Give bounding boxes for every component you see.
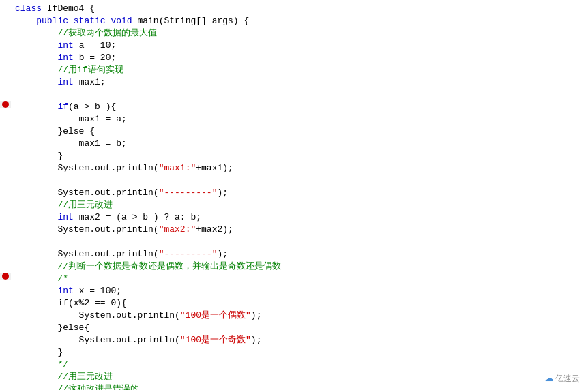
token xyxy=(15,52,57,63)
code-line: class IfDemo4 { xyxy=(0,3,588,15)
token: int xyxy=(57,40,73,50)
token: (String[] args) { xyxy=(159,16,250,26)
token xyxy=(15,384,57,390)
token: }else{ xyxy=(15,322,89,333)
line-content: }else{ xyxy=(11,322,588,334)
code-line: max1 = b; xyxy=(0,138,588,150)
token xyxy=(15,372,57,382)
code-line: }else{ xyxy=(0,322,588,334)
line-content: } xyxy=(11,150,588,162)
code-line: int b = 20; xyxy=(0,52,588,64)
token: System.out.println( xyxy=(15,163,159,173)
token: } xyxy=(15,151,63,161)
line-content: int max2 = (a > b ) ? a: b; xyxy=(11,211,588,224)
line-content: System.out.println("100是一个偶数"); xyxy=(11,310,588,322)
line-content: max1 = b; xyxy=(11,138,588,150)
token: max1 = a; xyxy=(15,114,127,124)
watermark: ☁ 亿速云 xyxy=(545,373,580,385)
code-line: System.out.println("100是一个偶数"); xyxy=(0,310,588,322)
token: }else { xyxy=(15,126,95,136)
line-content: } xyxy=(11,346,588,359)
line-content: //用if语句实现 xyxy=(11,64,588,76)
token: //这种改进是错误的 xyxy=(57,384,139,390)
line-content: max1 = a; xyxy=(11,113,588,125)
code-line: //用三元改进 xyxy=(0,371,588,383)
code-line: }else { xyxy=(0,125,588,138)
token xyxy=(15,261,57,271)
token xyxy=(15,212,57,222)
token xyxy=(15,28,57,38)
code-line: System.out.println("---------"); xyxy=(0,248,588,260)
token: IfDemo4 xyxy=(47,3,85,14)
line-content: //用三元改进 xyxy=(11,199,588,211)
code-line: //获取两个数据的最大值 xyxy=(0,27,588,40)
token: System.out.println( xyxy=(15,224,159,235)
token: max2 = (a > b ) ? a: b; xyxy=(74,212,201,222)
token: //获取两个数据的最大值 xyxy=(57,28,157,38)
code-line: if(a > b ){ xyxy=(0,101,588,113)
line-content: class IfDemo4 { xyxy=(11,3,588,15)
token: int xyxy=(57,286,73,296)
token: if(x%2 == 0){ xyxy=(15,298,127,308)
token: int xyxy=(57,77,73,87)
code-line: //判断一个数据是奇数还是偶数，并输出是奇数还是偶数 xyxy=(0,260,588,273)
line-content: public static void main(String[] args) { xyxy=(11,15,588,27)
token: int xyxy=(57,212,73,222)
token: ); xyxy=(251,310,262,320)
token xyxy=(15,102,57,112)
token: "---------" xyxy=(159,188,218,198)
token: //用三元改进 xyxy=(57,372,113,382)
token xyxy=(15,200,57,210)
line-content: int b = 20; xyxy=(11,52,588,64)
token xyxy=(15,40,57,50)
code-line: int a = 10; xyxy=(0,40,588,52)
code-line: int max2 = (a > b ) ? a: b; xyxy=(0,211,588,224)
token: { xyxy=(84,3,95,14)
code-line: /* xyxy=(0,273,588,285)
token: System.out.println( xyxy=(15,188,159,198)
line-content: //获取两个数据的最大值 xyxy=(11,27,588,40)
line-content: int x = 100; xyxy=(11,285,588,297)
token: /* xyxy=(57,273,68,284)
token xyxy=(15,77,57,87)
line-content: if(x%2 == 0){ xyxy=(11,297,588,310)
line-content: System.out.println("max1:"+max1); xyxy=(11,162,588,175)
token: max1; xyxy=(74,77,106,87)
code-line: int x = 100; xyxy=(0,285,588,297)
breakpoint-marker xyxy=(2,101,9,108)
code-line: public static void main(String[] args) { xyxy=(0,15,588,27)
token: "---------" xyxy=(159,249,218,259)
line-content: System.out.println("---------"); xyxy=(11,187,588,199)
breakpoint-col xyxy=(0,273,11,280)
token: x = 100; xyxy=(74,286,121,296)
token: System.out.println( xyxy=(15,310,180,320)
token: ); xyxy=(251,335,262,345)
watermark-icon: ☁ xyxy=(545,374,553,383)
token: class xyxy=(15,3,47,14)
token xyxy=(15,273,57,284)
line-content: //用三元改进 xyxy=(11,371,588,383)
token: } xyxy=(15,347,63,357)
line-content: if(a > b ){ xyxy=(11,101,588,113)
token: System.out.println( xyxy=(15,249,159,259)
code-line: System.out.println("max1:"+max1); xyxy=(0,162,588,175)
code-line: System.out.println("---------"); xyxy=(0,187,588,199)
editor-container: class IfDemo4 { public static void main(… xyxy=(0,0,588,390)
code-line: } xyxy=(0,150,588,162)
code-area: class IfDemo4 { public static void main(… xyxy=(0,0,588,390)
line-content: System.out.println("---------"); xyxy=(11,248,588,260)
line-content: System.out.println("100是一个奇数"); xyxy=(11,334,588,346)
code-line: //用if语句实现 xyxy=(0,64,588,76)
code-line: max1 = a; xyxy=(0,113,588,125)
code-line: } xyxy=(0,346,588,359)
line-content: //判断一个数据是奇数还是偶数，并输出是奇数还是偶数 xyxy=(11,260,588,273)
token: "max2:" xyxy=(159,224,196,235)
token: if xyxy=(57,102,68,112)
line-content: }else { xyxy=(11,125,588,138)
token: System.out.println( xyxy=(15,335,180,345)
token: */ xyxy=(57,359,68,370)
token: public static void xyxy=(15,16,137,26)
code-line: System.out.println("max2:"+max2); xyxy=(0,224,588,236)
token: //用三元改进 xyxy=(57,200,113,210)
watermark-text: 亿速云 xyxy=(555,374,580,383)
